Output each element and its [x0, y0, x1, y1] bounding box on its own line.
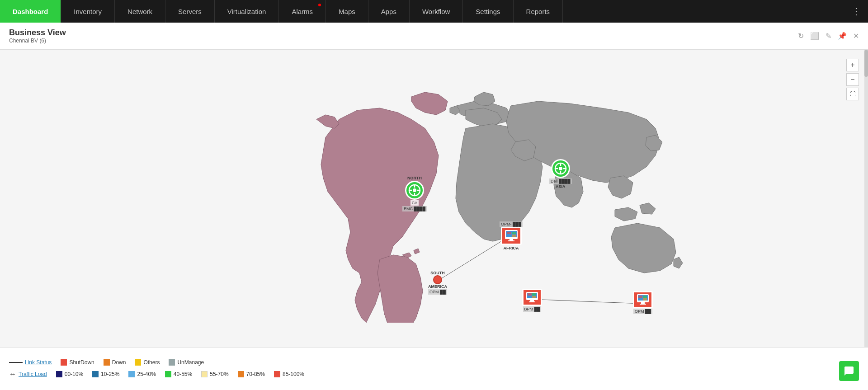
traffic-55-70-label: 55-70% — [210, 371, 228, 377]
legend-unmanage: UnManage — [169, 359, 204, 366]
traffic-40-55-color — [165, 371, 171, 377]
traffic-70-85-color — [238, 371, 244, 377]
node-south-america[interactable]: SOUTH AMERICA OPM ██ — [428, 271, 447, 295]
svg-rect-27 — [532, 293, 536, 296]
pin-icon[interactable]: 📌 — [838, 32, 847, 40]
main-content: NORTH CA EMC ████ — [0, 50, 868, 347]
legend-70-85: 70-85% — [238, 371, 265, 377]
traffic-85-100-label: 85-100% — [283, 371, 304, 377]
header-left: Business View Chennai BV (6) — [9, 28, 66, 44]
legend-line-icon — [9, 362, 23, 363]
svg-rect-16 — [509, 239, 513, 240]
nav-maps[interactable]: Maps — [326, 0, 368, 23]
node-africa-south[interactable]: BPM ██ — [522, 289, 542, 312]
traffic-arrow-icon: ↔ — [9, 370, 16, 378]
nav-reports[interactable]: Reports — [514, 0, 563, 23]
traffic-40-55-label: 40-55% — [174, 371, 192, 377]
navbar: Dashboard Inventory Network Servers Virt… — [0, 0, 868, 23]
svg-line-0 — [437, 237, 509, 281]
nav-dashboard[interactable]: Dashboard — [0, 0, 61, 23]
page-subtitle: Chennai BV (6) — [9, 38, 66, 44]
scrollbar-thumb — [864, 50, 868, 77]
legend-bar: Link Status ShutDown Down Others UnManag… — [0, 347, 868, 390]
nav-servers[interactable]: Servers — [165, 0, 215, 23]
legend-25-40: 25-40% — [128, 371, 156, 377]
header-bar: Business View Chennai BV (6) ↻ ⬜ ✎ 📌 ✕ — [0, 23, 868, 50]
nav-alarms[interactable]: Alarms — [279, 0, 326, 23]
svg-rect-26 — [528, 293, 532, 296]
node-africa-south-sublabel: BPM ██ — [523, 306, 542, 312]
svg-rect-36 — [638, 298, 642, 301]
header-actions: ↻ ⬜ ✎ 📌 ✕ — [798, 32, 859, 40]
traffic-70-85-label: 70-85% — [246, 371, 265, 377]
nav-workflow[interactable]: Workflow — [410, 0, 463, 23]
down-color — [104, 359, 110, 366]
node-south-america-sublabel: OPM ██ — [428, 289, 447, 295]
close-icon[interactable]: ✕ — [853, 32, 859, 40]
fullscreen-button[interactable]: ⛶ — [846, 88, 859, 100]
legend-shutdown: ShutDown — [61, 359, 94, 366]
unmanage-color — [169, 359, 175, 366]
node-north-ca-sublabel: EMC ████ — [402, 206, 427, 211]
zoom-out-button[interactable]: − — [846, 73, 859, 86]
node-africa[interactable]: OPM- ███ AFRICA — [500, 221, 523, 250]
legend-85-100: 85-100% — [274, 371, 304, 377]
svg-rect-35 — [643, 296, 647, 298]
nav-virtualization[interactable]: Virtualization — [215, 0, 279, 23]
zoom-controls: + − ⛶ — [846, 59, 859, 100]
traffic-00-10-label: 00-10% — [65, 371, 83, 377]
world-map: NORTH CA EMC ████ — [185, 83, 683, 323]
svg-rect-24 — [530, 300, 534, 301]
node-asia[interactable]: Dell ████ ASIA — [549, 159, 572, 189]
svg-rect-21 — [512, 235, 516, 237]
node-north-ca-label: CA — [410, 200, 419, 206]
traffic-10-25-color — [92, 371, 99, 377]
traffic-25-40-label: 25-40% — [137, 371, 156, 377]
link-status-label[interactable]: Link Status — [25, 359, 52, 366]
zoom-in-button[interactable]: + — [846, 59, 859, 71]
nav-more-button[interactable]: ⋮ — [844, 0, 868, 23]
shutdown-color — [61, 359, 67, 366]
node-australia[interactable]: OPM ██ — [633, 291, 653, 314]
refresh-icon[interactable]: ↻ — [798, 32, 804, 40]
traffic-load-label[interactable]: Traffic Load — [19, 371, 47, 377]
svg-rect-25 — [529, 301, 535, 302]
edit-icon[interactable]: ✎ — [826, 32, 831, 40]
svg-rect-18 — [507, 232, 511, 234]
others-label: Others — [143, 359, 160, 366]
down-label: Down — [112, 359, 126, 366]
nav-settings[interactable]: Settings — [463, 0, 513, 23]
svg-rect-34 — [638, 296, 642, 298]
traffic-55-70-color — [201, 371, 208, 377]
svg-line-1 — [530, 299, 642, 304]
svg-rect-32 — [641, 302, 645, 304]
page-title: Business View — [9, 28, 66, 38]
save-icon[interactable]: ⬜ — [810, 32, 819, 40]
node-asia-sublabel: Dell ████ — [549, 179, 572, 184]
right-scrollbar[interactable] — [864, 50, 868, 347]
nav-inventory[interactable]: Inventory — [61, 0, 115, 23]
legend-row-traffic: ↔ Traffic Load 00-10% 10-25% 25-40% 40-5… — [9, 370, 859, 378]
others-color — [135, 359, 141, 366]
chat-button[interactable] — [839, 361, 859, 381]
svg-rect-17 — [508, 240, 514, 241]
svg-rect-37 — [643, 298, 647, 301]
traffic-00-10-color — [56, 371, 62, 377]
node-north-ca[interactable]: NORTH CA EMC ████ — [402, 176, 427, 211]
svg-point-9 — [559, 167, 562, 170]
legend-10-25: 10-25% — [92, 371, 119, 377]
legend-traffic-load: ↔ Traffic Load — [9, 370, 47, 378]
svg-rect-33 — [640, 304, 646, 305]
nav-apps[interactable]: Apps — [368, 0, 410, 23]
unmanage-label: UnManage — [177, 359, 204, 366]
svg-point-3 — [413, 188, 416, 192]
svg-rect-20 — [507, 235, 511, 237]
legend-link-status: Link Status — [9, 359, 52, 366]
node-africa-sublabel: OPM- ███ — [500, 221, 523, 227]
svg-rect-19 — [512, 232, 516, 234]
legend-00-10: 00-10% — [56, 371, 83, 377]
svg-rect-29 — [532, 296, 536, 298]
node-australia-sublabel: OPM ██ — [633, 309, 652, 314]
nav-network[interactable]: Network — [115, 0, 165, 23]
shutdown-label: ShutDown — [69, 359, 94, 366]
